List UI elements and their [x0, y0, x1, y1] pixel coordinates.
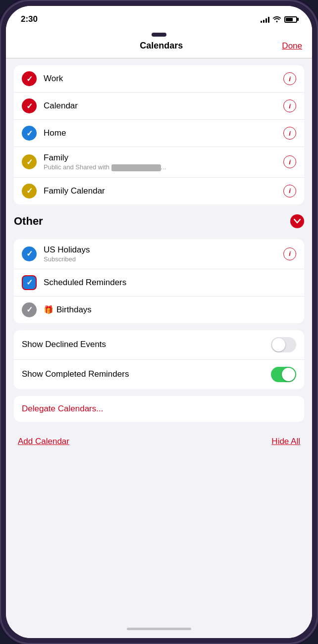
- scheduled-reminders-checkbox[interactable]: ✓: [22, 275, 37, 290]
- signal-bar-1: [261, 21, 262, 23]
- other-section-title: Other: [14, 215, 43, 228]
- calendar-name-scheduled-reminders: Scheduled Reminders: [44, 278, 126, 287]
- other-section-collapse-button[interactable]: [290, 214, 304, 228]
- birthdays-checkbox[interactable]: ✓: [22, 302, 37, 317]
- gift-icon: 🎁: [44, 305, 53, 314]
- check-mark-icon: ✓: [26, 157, 33, 167]
- calendar-item-home[interactable]: ✓ Home i: [14, 120, 304, 147]
- calendar-item-family-calendar[interactable]: ✓ Family Calendar i: [14, 178, 304, 204]
- hide-all-button[interactable]: Hide All: [271, 437, 300, 446]
- add-calendar-button[interactable]: Add Calendar: [18, 437, 69, 446]
- calendar-info-work: Work: [44, 74, 283, 84]
- calendar-item-scheduled-reminders[interactable]: ✓ Scheduled Reminders: [14, 269, 304, 297]
- calendar-info-scheduled-reminders: Scheduled Reminders: [44, 278, 296, 288]
- calendar-info-family-calendar: Family Calendar: [44, 186, 283, 196]
- show-declined-events-item: Show Declined Events: [14, 330, 304, 360]
- show-declined-events-toggle[interactable]: [271, 337, 296, 352]
- signal-bar-2: [263, 20, 265, 23]
- calendar-subtitle-family: Public and Shared with ...: [44, 163, 283, 171]
- signal-bar-4: [268, 17, 269, 23]
- info-button-us-holidays[interactable]: i: [283, 248, 296, 260]
- calendar-info-birthdays: 🎁 Birthdays: [44, 305, 296, 315]
- info-button-work[interactable]: i: [283, 72, 296, 85]
- calendar-item-calendar[interactable]: ✓ Calendar i: [14, 93, 304, 120]
- calendar-info-us-holidays: US Holidays Subscribed: [44, 245, 283, 263]
- other-section-header: Other: [6, 204, 312, 232]
- work-checkbox[interactable]: ✓: [22, 71, 37, 86]
- chevron-down-icon: [294, 219, 301, 224]
- battery-fill: [286, 18, 293, 21]
- delegate-card: Delegate Calendars...: [14, 396, 304, 422]
- phone-screen: 2:30: [6, 6, 312, 638]
- calendar-name-home: Home: [44, 128, 66, 138]
- calendar-info-family: Family Public and Shared with ...: [44, 153, 283, 171]
- calendar-item-family[interactable]: ✓ Family Public and Shared with ... i: [14, 147, 304, 178]
- info-button-home[interactable]: i: [283, 127, 296, 140]
- signal-bar-3: [265, 18, 267, 23]
- calendar-name-birthdays: Birthdays: [56, 305, 92, 315]
- done-button[interactable]: Done: [282, 41, 302, 51]
- home-checkbox[interactable]: ✓: [22, 126, 37, 141]
- status-bar: 2:30: [6, 6, 312, 33]
- calendar-info-calendar: Calendar: [44, 101, 283, 111]
- info-button-family-calendar[interactable]: i: [283, 185, 296, 198]
- page-title: Calendars: [41, 41, 282, 51]
- calendar-name-us-holidays: US Holidays: [44, 245, 90, 254]
- calendar-info-home: Home: [44, 128, 283, 138]
- battery-icon: [284, 16, 297, 23]
- calendar-name-work: Work: [44, 74, 63, 83]
- check-mark-icon: ✓: [26, 74, 33, 84]
- family-calendar-checkbox[interactable]: ✓: [22, 184, 37, 198]
- toggle-thumb-completed: [282, 368, 295, 381]
- other-calendars-card: ✓ US Holidays Subscribed i ✓ Scheduled R…: [14, 239, 304, 323]
- status-icons: [261, 15, 297, 24]
- us-holidays-checkbox[interactable]: ✓: [22, 247, 37, 261]
- check-mark-icon: ✓: [26, 101, 33, 111]
- blurred-name: [111, 164, 161, 171]
- show-declined-events-label: Show Declined Events: [22, 340, 106, 349]
- delegate-label: Delegate Calendars...: [22, 404, 103, 414]
- calendar-item-us-holidays[interactable]: ✓ US Holidays Subscribed i: [14, 239, 304, 269]
- footer: Add Calendar Hide All: [6, 427, 312, 456]
- signal-icon: [261, 16, 269, 23]
- show-completed-reminders-toggle[interactable]: [271, 367, 296, 382]
- home-indicator: [127, 628, 191, 630]
- toggle-thumb-declined: [272, 338, 285, 351]
- phone-frame: 2:30: [0, 0, 318, 644]
- show-completed-reminders-item: Show Completed Reminders: [14, 360, 304, 389]
- calendar-checkbox[interactable]: ✓: [22, 99, 37, 113]
- settings-card: Show Declined Events Show Completed Remi…: [14, 330, 304, 389]
- family-checkbox[interactable]: ✓: [22, 154, 37, 169]
- calendar-name-family-calendar: Family Calendar: [44, 186, 105, 196]
- check-mark-icon: ✓: [26, 249, 33, 258]
- my-calendars-card: ✓ Work i ✓ Calendar i: [14, 65, 304, 204]
- check-mark-icon: ✓: [26, 278, 33, 287]
- status-time: 2:30: [21, 14, 38, 24]
- calendar-item-birthdays[interactable]: ✓ 🎁 Birthdays: [14, 297, 304, 323]
- dynamic-island: [152, 33, 166, 37]
- check-mark-icon: ✓: [26, 305, 33, 314]
- wifi-icon: [272, 15, 281, 24]
- check-mark-icon: ✓: [26, 186, 33, 196]
- calendar-item-work[interactable]: ✓ Work i: [14, 65, 304, 93]
- show-completed-reminders-label: Show Completed Reminders: [22, 369, 129, 379]
- check-mark-icon: ✓: [26, 129, 33, 138]
- calendar-name-family: Family: [44, 153, 68, 162]
- calendar-name-calendar: Calendar: [44, 101, 78, 110]
- info-button-calendar[interactable]: i: [283, 99, 296, 112]
- content-area: Calendars Done ✓ Work i: [6, 33, 312, 638]
- delegate-calendars-button[interactable]: Delegate Calendars...: [14, 396, 304, 422]
- calendar-subtitle-us-holidays: Subscribed: [44, 255, 283, 263]
- info-button-family[interactable]: i: [283, 155, 296, 168]
